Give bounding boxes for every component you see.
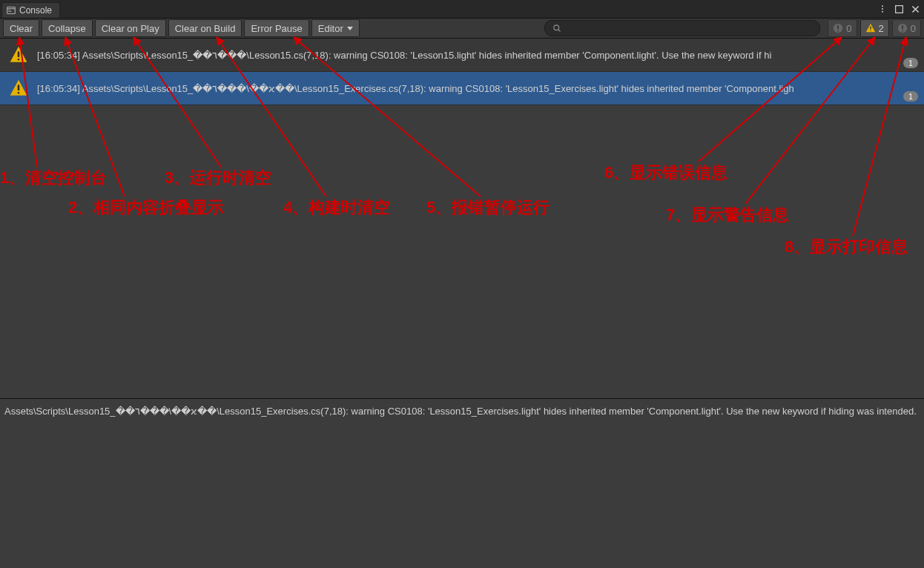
warning-icon bbox=[865, 23, 876, 33]
annotation-3: 3、运行时清空 bbox=[165, 167, 271, 189]
details-text: Assets\Scripts\Lesson15_��٦���\��ϰ��\Les… bbox=[4, 406, 917, 417]
clear-button[interactable]: Clear bbox=[3, 19, 39, 37]
error-pause-label: Error Pause bbox=[251, 23, 302, 34]
warning-count-label: 2 bbox=[879, 23, 884, 34]
log-list: [16:05:34] Assets\Scripts\Lesson15_��٦��… bbox=[0, 39, 924, 105]
search-input[interactable] bbox=[564, 22, 812, 34]
clear-on-play-button[interactable]: Clear on Play bbox=[95, 19, 166, 37]
search-icon bbox=[552, 24, 561, 33]
log-message: [16:05:34] Assets\Scripts\Lesson15_��٦��… bbox=[37, 50, 918, 61]
details-panel[interactable]: Assets\Scripts\Lesson15_��٦���\��ϰ��\Les… bbox=[0, 398, 924, 568]
context-menu-icon[interactable] bbox=[877, 3, 888, 15]
annotation-1: 1、清空控制台 bbox=[0, 167, 107, 189]
log-message: [16:05:34] Assets\Scripts\Lesson15_��٦��… bbox=[37, 83, 918, 94]
window-controls bbox=[877, 0, 921, 18]
info-count-label: 0 bbox=[911, 23, 916, 34]
svg-point-6 bbox=[882, 11, 883, 13]
maximize-icon[interactable] bbox=[893, 3, 905, 15]
svg-rect-17 bbox=[870, 30, 871, 31]
warning-icon bbox=[9, 79, 28, 98]
editor-dropdown[interactable]: Editor bbox=[311, 19, 360, 37]
annotation-7: 7、显示警告信息 bbox=[666, 204, 789, 226]
svg-point-4 bbox=[882, 5, 883, 7]
annotation-2: 2、相同内容折叠显示 bbox=[68, 197, 224, 219]
error-pause-button[interactable]: Error Pause bbox=[244, 19, 308, 37]
error-icon bbox=[833, 23, 843, 33]
svg-rect-20 bbox=[902, 30, 903, 32]
svg-rect-19 bbox=[902, 25, 903, 29]
annotation-6: 6、显示错误信息 bbox=[604, 162, 727, 184]
toolbar: Clear Collapse Clear on Play Clear on Bu… bbox=[0, 19, 924, 39]
close-icon[interactable] bbox=[909, 3, 921, 15]
svg-rect-26 bbox=[18, 92, 20, 94]
error-toggle[interactable]: 0 bbox=[828, 19, 857, 37]
annotation-5: 5、报错暂停运行 bbox=[426, 197, 550, 219]
annotation-8: 8、显示打印信息 bbox=[785, 236, 908, 258]
error-count-label: 0 bbox=[846, 23, 851, 34]
chevron-down-icon bbox=[347, 27, 353, 30]
tab-bar: Console bbox=[0, 0, 924, 19]
warning-icon bbox=[9, 45, 28, 65]
console-icon bbox=[7, 6, 16, 15]
log-row[interactable]: [16:05:34] Assets\Scripts\Lesson15_��٦��… bbox=[0, 39, 924, 72]
log-row[interactable]: [16:05:34] Assets\Scripts\Lesson15_��٦��… bbox=[0, 72, 924, 105]
svg-rect-7 bbox=[895, 5, 902, 13]
svg-point-5 bbox=[882, 8, 883, 10]
warning-toggle[interactable]: 2 bbox=[860, 19, 889, 37]
editor-dropdown-label: Editor bbox=[318, 23, 343, 34]
svg-line-11 bbox=[559, 30, 561, 31]
collapse-button-label: Collapse bbox=[48, 23, 86, 34]
clear-on-build-label: Clear on Build bbox=[175, 23, 236, 34]
collapse-button[interactable]: Collapse bbox=[42, 19, 93, 37]
clear-on-play-label: Clear on Play bbox=[102, 23, 159, 34]
window: Console Clear Collapse Clear on Play Cle… bbox=[0, 0, 924, 568]
annotation-4: 4、构建时清空 bbox=[283, 197, 390, 219]
search-box[interactable] bbox=[544, 20, 820, 36]
svg-point-10 bbox=[554, 25, 559, 30]
svg-rect-23 bbox=[18, 59, 20, 61]
svg-rect-25 bbox=[18, 85, 20, 90]
console-tab[interactable]: Console bbox=[1, 2, 60, 18]
console-tab-title: Console bbox=[19, 5, 52, 16]
svg-rect-16 bbox=[870, 26, 871, 29]
svg-rect-14 bbox=[837, 30, 839, 32]
clear-button-label: Clear bbox=[10, 23, 33, 34]
status-counters: 0 2 0 bbox=[828, 19, 921, 37]
clear-on-build-button[interactable]: Clear on Build bbox=[168, 19, 242, 37]
svg-rect-13 bbox=[837, 25, 839, 29]
log-count-badge: 1 bbox=[903, 58, 918, 68]
log-count-badge: 1 bbox=[903, 91, 918, 102]
info-icon bbox=[897, 23, 908, 33]
info-toggle[interactable]: 0 bbox=[892, 19, 921, 37]
svg-rect-22 bbox=[18, 51, 20, 57]
